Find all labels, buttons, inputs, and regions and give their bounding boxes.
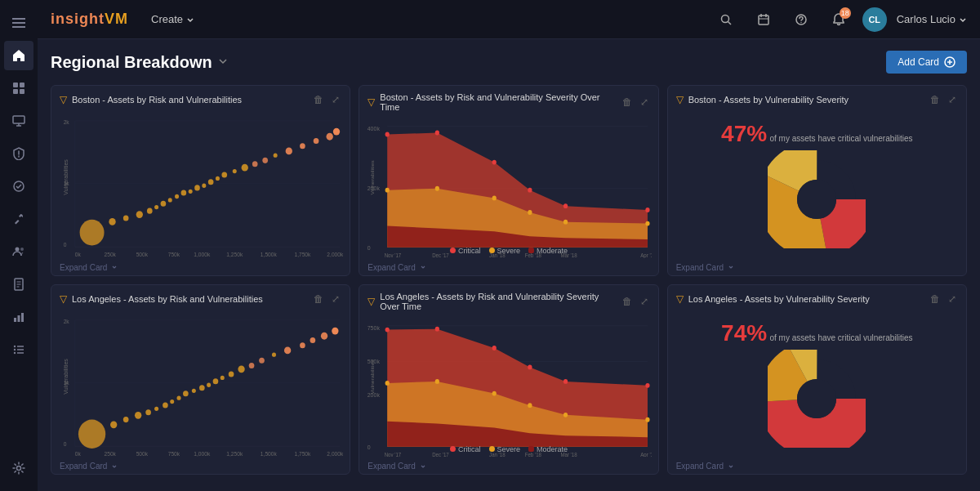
svg-point-152 [300, 342, 305, 348]
la-pie-desc: of my assets have critical vulnerabiliti… [769, 333, 912, 342]
la-scatter-footer[interactable]: Expand Card [51, 458, 350, 474]
sidebar-home-icon[interactable] [4, 41, 33, 70]
create-button[interactable]: Create [145, 10, 201, 29]
svg-point-155 [332, 327, 338, 334]
sidebar-vulnerability-icon[interactable] [4, 139, 33, 168]
page-title-chevron-icon[interactable] [217, 56, 229, 69]
boston-line-body: 400k 200k 0 [359, 115, 657, 260]
svg-point-78 [327, 133, 333, 141]
boston-line-delete-btn[interactable]: 🗑 [621, 95, 634, 109]
la-scatter-delete-btn[interactable]: 🗑 [312, 292, 325, 306]
svg-point-97 [492, 196, 497, 201]
sidebar-users-icon[interactable] [4, 237, 33, 266]
boston-pie-title: Boston - Assets by Vulnerability Severit… [688, 95, 849, 105]
svg-text:0: 0 [368, 243, 371, 251]
boston-pie-desc: of my assets have critical vulnerabiliti… [769, 134, 912, 143]
svg-text:Dec '17: Dec '17 [433, 252, 450, 257]
svg-point-56 [123, 215, 129, 221]
la-scatter-title: Los Angeles - Assets by Risk and Vulnera… [72, 294, 263, 304]
svg-point-171 [564, 379, 568, 384]
boston-line-header: ▽ Boston - Assets by Risk and Vulnerabil… [359, 86, 657, 115]
boston-scatter-delete-btn[interactable]: 🗑 [312, 92, 325, 107]
svg-point-175 [492, 391, 497, 395]
boston-pie-footer[interactable]: Expand Card [668, 260, 966, 275]
notifications-button[interactable]: 18 [825, 6, 853, 33]
sidebar-tools-icon[interactable] [4, 204, 33, 234]
sidebar-dashboard-icon[interactable] [4, 74, 33, 103]
filter-icon: ▽ [60, 94, 67, 105]
svg-point-70 [233, 169, 237, 173]
svg-point-154 [321, 332, 327, 339]
svg-point-10 [20, 248, 24, 251]
dashboard-grid: ▽ Boston - Assets by Risk and Vulnerabil… [51, 85, 967, 475]
svg-rect-17 [21, 313, 24, 322]
sidebar-analytics-icon[interactable] [4, 302, 33, 332]
svg-text:750k: 750k [368, 324, 380, 331]
svg-point-76 [300, 143, 305, 149]
la-line-delete-btn[interactable]: 🗑 [621, 294, 634, 309]
sidebar-settings-icon[interactable] [4, 453, 33, 483]
sidebar-monitor-icon[interactable] [4, 106, 33, 136]
boston-pie-delete-btn[interactable]: 🗑 [929, 92, 942, 107]
svg-point-32 [800, 21, 801, 22]
la-pie-delete-btn[interactable]: 🗑 [929, 292, 942, 306]
calendar-button[interactable] [750, 6, 777, 33]
la-line-body: 750k 500k 200k 0 [359, 315, 657, 459]
sidebar-hamburger-icon[interactable] [4, 8, 33, 38]
sidebar [0, 0, 38, 491]
svg-point-151 [284, 346, 291, 354]
boston-line-footer[interactable]: Expand Card [359, 260, 657, 275]
svg-point-77 [314, 138, 319, 144]
boston-pie-percentage: 47% [721, 121, 767, 146]
svg-rect-5 [13, 89, 18, 94]
boston-scatter-expand-btn[interactable]: ⤢ [330, 92, 341, 107]
search-button[interactable] [712, 6, 740, 33]
sidebar-reports-icon[interactable] [4, 270, 33, 299]
svg-point-137 [163, 402, 168, 408]
svg-text:Vulnerabilities: Vulnerabilities [370, 359, 376, 394]
page-title: Regional Breakdown [51, 53, 212, 72]
la-pie-title: Los Angeles - Assets by Vulnerability Se… [688, 294, 870, 304]
svg-point-54 [80, 220, 105, 246]
avatar[interactable]: CL [862, 7, 887, 32]
svg-point-55 [109, 218, 115, 225]
svg-point-167 [385, 327, 390, 332]
svg-point-149 [259, 357, 265, 363]
svg-text:500k: 500k [136, 450, 149, 456]
svg-point-136 [154, 406, 158, 410]
la-pie-expand-btn[interactable]: ⤢ [947, 292, 958, 306]
user-menu[interactable]: Carlos Lucio [897, 13, 967, 25]
boston-line-expand-btn[interactable]: ⤢ [639, 95, 650, 109]
svg-point-75 [286, 147, 292, 154]
la-scatter-expand-btn[interactable]: ⤢ [330, 292, 341, 306]
svg-point-133 [123, 417, 129, 422]
svg-text:750k: 750k [168, 252, 180, 257]
add-card-button[interactable]: Add Card [886, 51, 967, 74]
boston-scatter-footer[interactable]: Expand Card [51, 260, 350, 275]
svg-point-90 [435, 131, 439, 136]
svg-point-139 [177, 395, 181, 399]
svg-text:1,250k: 1,250k [226, 252, 243, 257]
svg-point-170 [528, 364, 532, 369]
svg-point-67 [208, 179, 214, 185]
svg-point-20 [14, 349, 16, 350]
svg-point-99 [564, 220, 568, 225]
svg-point-60 [161, 201, 167, 207]
boston-pie-expand-btn[interactable]: ⤢ [947, 92, 958, 107]
svg-text:2k: 2k [64, 319, 70, 324]
filter-icon-4: ▽ [60, 293, 67, 305]
svg-point-134 [135, 411, 141, 418]
la-line-footer[interactable]: Expand Card [359, 458, 657, 474]
la-line-expand-btn[interactable]: ⤢ [639, 294, 650, 309]
la-pie-card: ▽ Los Angeles - Assets by Vulnerability … [667, 284, 967, 475]
la-pie-footer[interactable]: Expand Card [668, 458, 966, 474]
sidebar-check-icon[interactable] [4, 172, 33, 201]
help-button[interactable] [787, 6, 815, 33]
svg-text:0: 0 [368, 443, 371, 450]
svg-rect-3 [13, 83, 18, 87]
la-scatter-body: 2k 1k 0 0k 250k 500k 750k 1,000k 1,250k … [51, 310, 350, 459]
svg-text:Apr '18: Apr '18 [641, 451, 652, 457]
svg-point-150 [272, 352, 276, 356]
svg-text:Dec '17: Dec '17 [433, 451, 450, 457]
sidebar-list-icon[interactable] [4, 335, 33, 364]
